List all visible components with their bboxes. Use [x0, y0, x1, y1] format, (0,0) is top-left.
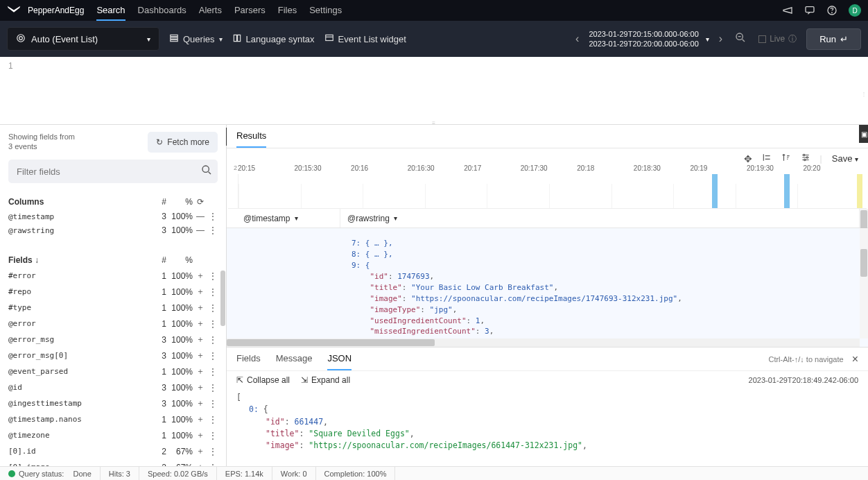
field-row[interactable]: @ingesttimestamp3100%＋⋮ [8, 395, 218, 411]
field-row[interactable]: [0].image267%＋⋮ [8, 459, 218, 466]
sidebar-scrollbar[interactable] [220, 271, 225, 326]
close-icon[interactable]: × [852, 353, 858, 366]
kebab-icon[interactable]: ⋮ [208, 212, 218, 221]
add-column-icon[interactable]: ＋ [193, 334, 208, 345]
tab-fields[interactable]: Fields [236, 348, 261, 370]
timeline-bar[interactable] [712, 174, 718, 208]
save-dropdown[interactable]: Save ▾ [832, 153, 858, 164]
nav-settings[interactable]: Settings [309, 0, 342, 21]
event-list-widget-link[interactable]: Event List widget [324, 33, 406, 45]
add-column-icon[interactable]: ＋ [193, 429, 208, 441]
add-column-icon[interactable]: ＋ [193, 445, 208, 457]
tab-message[interactable]: Message [276, 348, 313, 370]
language-syntax-link[interactable]: Language syntax [232, 33, 315, 45]
results-vscroll[interactable] [860, 209, 868, 228]
add-column-icon[interactable]: ＋ [193, 286, 208, 298]
help-icon[interactable] [826, 5, 837, 16]
collapse-all-button[interactable]: ⇱ Collapse all [236, 375, 290, 385]
remove-column-icon[interactable]: — [193, 225, 208, 235]
detail-json-body[interactable]: [ 0: { "id": 661447, "title": "Square De… [227, 389, 868, 466]
kebab-icon[interactable]: ⋮ [208, 351, 218, 361]
nav-files[interactable]: Files [278, 0, 297, 21]
fetch-more-button[interactable]: ↻ Fetch more [148, 132, 218, 153]
kebab-icon[interactable]: ⋮ [208, 367, 218, 377]
kebab-icon[interactable]: ⋮ [208, 415, 218, 425]
kebab-icon[interactable]: ⋮ [208, 383, 218, 393]
add-column-icon[interactable]: ＋ [193, 270, 208, 282]
results-hscroll[interactable] [227, 338, 860, 347]
field-row[interactable]: @id3100%＋⋮ [8, 379, 218, 395]
kebab-icon[interactable]: ⋮ [208, 447, 218, 456]
sort-icon[interactable] [781, 153, 791, 164]
field-row[interactable]: #error1100%＋⋮ [8, 268, 218, 284]
live-toggle[interactable]: Live ⓘ [758, 33, 797, 45]
chat-icon[interactable] [804, 5, 815, 16]
column-row[interactable]: @rawstring3100%—⋮ [8, 223, 218, 237]
expand-all-button[interactable]: ⇲ Expand all [301, 375, 350, 385]
queries-icon [169, 33, 179, 45]
nav-search[interactable]: Search [96, 0, 125, 21]
add-column-icon[interactable]: ＋ [193, 461, 208, 466]
announcements-icon[interactable] [782, 5, 793, 16]
field-row[interactable]: #type1100%＋⋮ [8, 300, 218, 316]
add-column-icon[interactable]: ＋ [193, 366, 208, 377]
remove-column-icon[interactable]: — [193, 212, 208, 221]
rawbody-vscroll[interactable] [860, 228, 868, 338]
view-mode-dropdown[interactable]: Auto (Event List) ▾ [7, 27, 159, 51]
add-column-icon[interactable]: ＋ [193, 350, 208, 361]
kebab-icon[interactable]: ⋮ [208, 303, 218, 313]
timeline-bar[interactable] [857, 174, 862, 208]
search-icon[interactable] [201, 164, 212, 178]
resize-handle-right-icon[interactable]: ⋮ [861, 91, 868, 105]
refresh-columns-icon[interactable]: ⟳ [193, 197, 208, 207]
add-column-icon[interactable]: ＋ [193, 382, 208, 393]
add-column-icon[interactable]: ＋ [193, 318, 208, 329]
field-row[interactable]: @timezone1100%＋⋮ [8, 427, 218, 443]
kebab-icon[interactable]: ⋮ [208, 319, 218, 329]
zoom-out-icon[interactable] [732, 32, 749, 46]
timeline-bar[interactable] [784, 174, 790, 208]
avatar[interactable]: D [849, 4, 861, 17]
kebab-icon[interactable]: ⋮ [208, 463, 218, 467]
results-raw-body[interactable]: 7: { … }, 8: { … }, 9: { "id": 1747693, … [227, 228, 868, 347]
tab-results[interactable]: Results [236, 125, 266, 148]
col-rawstring[interactable]: @rawstring▾ [340, 209, 860, 228]
queries-dropdown[interactable]: Queries ▾ [169, 33, 223, 45]
resize-handle-icon[interactable]: ≡ [424, 120, 444, 124]
kebab-icon[interactable]: ⋮ [208, 399, 218, 409]
kebab-icon[interactable]: ⋮ [208, 287, 218, 297]
field-row[interactable]: #repo1100%＋⋮ [8, 284, 218, 300]
field-row[interactable]: @event_parsed1100%＋⋮ [8, 363, 218, 379]
nav-parsers[interactable]: Parsers [234, 0, 266, 21]
kebab-icon[interactable]: ⋮ [208, 335, 218, 345]
kebab-icon[interactable]: ⋮ [208, 225, 218, 235]
sort-icon[interactable]: ↓ [35, 255, 39, 265]
field-row[interactable]: @timestamp.nanos1100%＋⋮ [8, 411, 218, 427]
expand-right-panel-button[interactable]: ▣ [859, 125, 868, 143]
time-next-icon[interactable]: › [716, 33, 725, 45]
add-column-icon[interactable]: ＋ [193, 302, 208, 314]
settings-icon[interactable] [801, 153, 810, 164]
timeline-chart[interactable]: 2 20:1520:15:3020:1620:16:3020:1720:17:3… [228, 164, 867, 209]
nav-alerts[interactable]: Alerts [199, 0, 222, 21]
time-prev-icon[interactable]: ‹ [573, 33, 582, 45]
col-timestamp[interactable]: @timestamp▾ [236, 209, 340, 228]
kebab-icon[interactable]: ⋮ [208, 431, 218, 440]
align-icon[interactable] [762, 153, 772, 164]
kebab-icon[interactable]: ⋮ [208, 271, 218, 281]
query-editor[interactable]: 1 ≡ ⋮ [0, 57, 868, 125]
run-button[interactable]: Run ↵ [806, 28, 861, 50]
field-row[interactable]: @error1100%＋⋮ [8, 316, 218, 332]
nav-dashboards[interactable]: Dashboards [138, 0, 186, 21]
add-column-icon[interactable]: ＋ [193, 413, 208, 425]
time-range-picker[interactable]: ‹ 2023-01-29T20:15:00.000-06:00 2023-01-… [573, 29, 749, 49]
field-row[interactable]: [0].id267%＋⋮ [8, 443, 218, 459]
filter-fields-input[interactable] [8, 160, 218, 183]
add-column-icon[interactable]: ＋ [193, 397, 208, 409]
move-icon[interactable]: ✥ [744, 153, 752, 164]
column-row[interactable]: @timestamp3100%—⋮ [8, 209, 218, 223]
field-count: 3 [150, 351, 166, 361]
tab-json[interactable]: JSON [327, 348, 351, 370]
field-row[interactable]: @error_msg[0]3100%＋⋮ [8, 348, 218, 363]
field-row[interactable]: @error_msg3100%＋⋮ [8, 332, 218, 348]
